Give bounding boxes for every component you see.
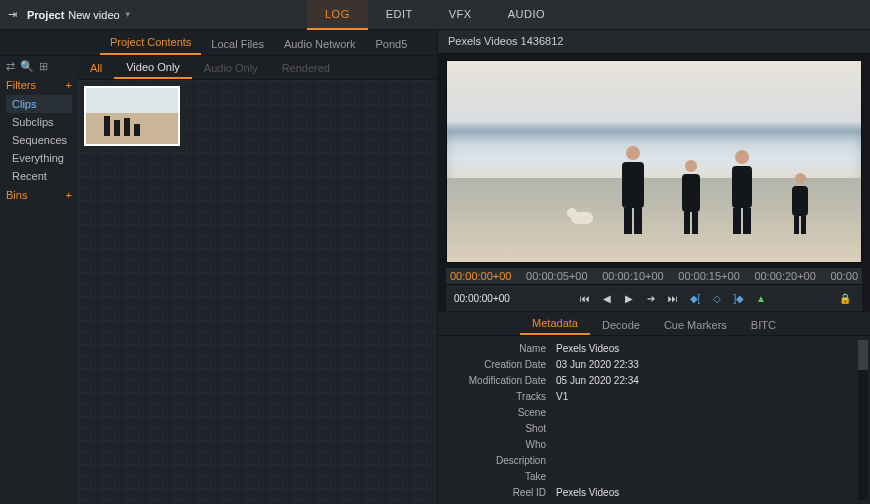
- timeline-mark: 00:00:10+00: [602, 270, 678, 282]
- project-dropdown-icon[interactable]: ▼: [124, 10, 132, 19]
- tab-log[interactable]: LOG: [307, 0, 368, 30]
- tab-pond5[interactable]: Pond5: [365, 33, 417, 55]
- timeline-mark: 00:00:15+00: [678, 270, 754, 282]
- source-tabs: Project Contents Local Files Audio Netwo…: [0, 30, 437, 56]
- sidebar-tools: ⇄ 🔍 ⊞: [6, 60, 72, 73]
- video-preview[interactable]: [446, 60, 862, 263]
- tab-audio[interactable]: AUDIO: [490, 0, 563, 30]
- metadata-tabs: Metadata Decode Cue Markers BITC: [438, 312, 870, 336]
- sidebar-item-sequences[interactable]: Sequences: [6, 131, 72, 149]
- timecode-display[interactable]: 00:00:00+00: [454, 293, 510, 304]
- link-icon[interactable]: ⇄: [6, 60, 15, 73]
- play-button[interactable]: ▶: [620, 290, 638, 306]
- meta-label: Tracks: [446, 391, 556, 402]
- meta-value[interactable]: 05 Jun 2020 22:34: [556, 375, 639, 386]
- meta-value[interactable]: Pexels Videos: [556, 343, 619, 354]
- tab-audio-network[interactable]: Audio Network: [274, 33, 366, 55]
- import-icon[interactable]: ⇥: [8, 8, 17, 21]
- step-back-button[interactable]: ◀: [598, 290, 616, 306]
- title-bar: ⇥ Project New video ▼ LOG EDIT VFX AUDIO: [0, 0, 870, 30]
- meta-label: Scene: [446, 407, 556, 418]
- meta-label: Reel ID: [446, 487, 556, 498]
- timeline-mark: 00:00: [830, 270, 858, 282]
- goto-start-button[interactable]: ⏮: [576, 290, 594, 306]
- search-icon[interactable]: 🔍: [20, 60, 34, 73]
- filter-row: All Video Only Audio Only Rendered: [78, 56, 437, 80]
- sidebar-item-everything[interactable]: Everything: [6, 149, 72, 167]
- meta-label: Shot: [446, 423, 556, 434]
- meta-label: Who: [446, 439, 556, 450]
- scrollbar-thumb[interactable]: [858, 340, 868, 370]
- metadata-body: NamePexels Videos Creation Date03 Jun 20…: [438, 336, 870, 504]
- timeline-mark: 00:00:05+00: [526, 270, 602, 282]
- meta-label: Take: [446, 471, 556, 482]
- step-forward-button[interactable]: ➔: [642, 290, 660, 306]
- tab-vfx[interactable]: VFX: [431, 0, 490, 30]
- sidebar-item-subclips[interactable]: Subclips: [6, 113, 72, 131]
- meta-value[interactable]: 03 Jun 2020 22:33: [556, 359, 639, 370]
- plus-icon[interactable]: +: [66, 189, 72, 201]
- sidebar-item-recent[interactable]: Recent: [6, 167, 72, 185]
- meta-label: Modification Date: [446, 375, 556, 386]
- timeline-mark: 00:00:00+00: [450, 270, 526, 282]
- meta-label: Description: [446, 455, 556, 466]
- filter-rendered[interactable]: Rendered: [270, 58, 342, 78]
- lock-icon[interactable]: 🔒: [836, 290, 854, 306]
- filter-audio-only[interactable]: Audio Only: [192, 58, 270, 78]
- goto-end-button[interactable]: ⏭: [664, 290, 682, 306]
- meta-value[interactable]: Pexels Videos: [556, 487, 619, 498]
- meta-label: Name: [446, 343, 556, 354]
- timeline-mark: 00:00:20+00: [754, 270, 830, 282]
- tab-decode[interactable]: Decode: [590, 315, 652, 335]
- left-pane: Project Contents Local Files Audio Netwo…: [0, 30, 438, 504]
- tab-local-files[interactable]: Local Files: [201, 33, 274, 55]
- project-name: New video: [68, 9, 119, 21]
- viewer-title: Pexels Videos 1436812: [438, 30, 870, 54]
- meta-value[interactable]: V1: [556, 391, 568, 402]
- transport-controls: 00:00:00+00 ⏮ ◀ ▶ ➔ ⏭ ◆[ ◇ ]◆ ▲ 🔒: [446, 285, 862, 311]
- filter-all[interactable]: All: [78, 58, 114, 78]
- dog-figure: [567, 208, 597, 228]
- workspace-tabs: LOG EDIT VFX AUDIO: [307, 0, 563, 30]
- view-icon[interactable]: ⊞: [39, 60, 48, 73]
- filters-header[interactable]: Filters+: [6, 79, 72, 91]
- add-marker-button[interactable]: ▲: [752, 290, 770, 306]
- mark-clear-button[interactable]: ◇: [708, 290, 726, 306]
- tab-bitc[interactable]: BITC: [739, 315, 788, 335]
- browser: All Video Only Audio Only Rendered: [78, 56, 437, 504]
- timeline-ruler[interactable]: 00:00:00+00 00:00:05+00 00:00:10+00 00:0…: [446, 267, 862, 285]
- meta-label: Creation Date: [446, 359, 556, 370]
- right-pane: Pexels Videos 1436812 00:00:00+00 00:00:…: [438, 30, 870, 504]
- project-label: Project: [27, 9, 64, 21]
- viewer: 00:00:00+00 00:00:05+00 00:00:10+00 00:0…: [438, 54, 870, 311]
- mark-in-button[interactable]: ◆[: [686, 290, 704, 306]
- sidebar: ⇄ 🔍 ⊞ Filters+ Clips Subclips Sequences …: [0, 56, 78, 504]
- plus-icon[interactable]: +: [66, 79, 72, 91]
- tab-cue-markers[interactable]: Cue Markers: [652, 315, 739, 335]
- tab-project-contents[interactable]: Project Contents: [100, 31, 201, 55]
- sidebar-item-clips[interactable]: Clips: [6, 95, 72, 113]
- filter-video-only[interactable]: Video Only: [114, 57, 192, 79]
- tab-metadata[interactable]: Metadata: [520, 313, 590, 335]
- mark-out-button[interactable]: ]◆: [730, 290, 748, 306]
- tab-edit[interactable]: EDIT: [368, 0, 431, 30]
- metadata-panel: Metadata Decode Cue Markers BITC NamePex…: [438, 311, 870, 504]
- main-area: Project Contents Local Files Audio Netwo…: [0, 30, 870, 504]
- clip-thumbnail[interactable]: [84, 86, 180, 146]
- thumbnail-area[interactable]: [78, 80, 437, 504]
- bins-header[interactable]: Bins+: [6, 189, 72, 201]
